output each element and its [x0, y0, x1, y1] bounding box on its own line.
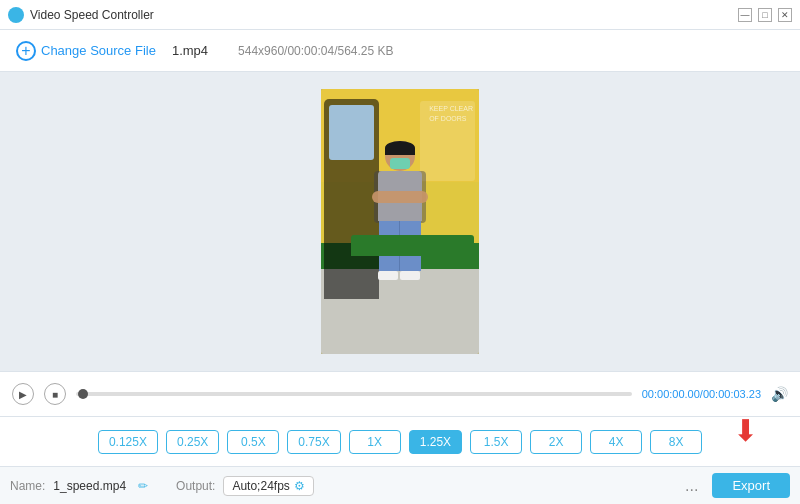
speed-button-15x[interactable]: 1.5X [470, 430, 522, 454]
video-preview-area: KEEP CLEAROF DOORS [0, 72, 800, 371]
speed-button-1x[interactable]: 1X [349, 430, 401, 454]
speed-button-025x[interactable]: 0.25X [166, 430, 219, 454]
speed-button-8x[interactable]: 8X [650, 430, 702, 454]
title-bar: Video Speed Controller — □ ✕ [0, 0, 800, 30]
speed-button-2x[interactable]: 2X [530, 430, 582, 454]
edit-icon[interactable]: ✏ [138, 479, 148, 493]
export-button[interactable]: Export [712, 473, 790, 498]
window-controls: — □ ✕ [738, 8, 792, 22]
output-value[interactable]: Auto;24fps ⚙ [223, 476, 313, 496]
minimize-button[interactable]: — [738, 8, 752, 22]
speed-button-125x[interactable]: 1.25X [409, 430, 462, 454]
app-icon [8, 7, 24, 23]
speed-button-4x[interactable]: 4X [590, 430, 642, 454]
file-name: 1.mp4 [172, 43, 208, 58]
gear-icon[interactable]: ⚙ [294, 479, 305, 493]
stop-button[interactable]: ■ [44, 383, 66, 405]
change-source-button[interactable]: + Change Source File [10, 37, 162, 65]
name-value: 1_speed.mp4 [53, 479, 126, 493]
output-label: Output: [176, 479, 215, 493]
file-meta: 544x960/00:00:04/564.25 KB [238, 44, 393, 58]
name-label: Name: [10, 479, 45, 493]
speed-button-0125x[interactable]: 0.125X [98, 430, 158, 454]
playback-bar: ▶ ■ 00:00:00.00/00:00:03.23 🔊 [0, 371, 800, 416]
arrow-down-indicator: ⬇ [733, 416, 758, 446]
video-preview: KEEP CLEAROF DOORS [321, 89, 479, 354]
plus-circle-icon: + [16, 41, 36, 61]
time-display: 00:00:00.00/00:00:03.23 [642, 388, 761, 400]
more-options-button[interactable]: ... [679, 477, 704, 495]
output-text: Auto;24fps [232, 479, 289, 493]
change-source-label: Change Source File [41, 43, 156, 58]
play-button[interactable]: ▶ [12, 383, 34, 405]
progress-bar[interactable] [76, 392, 632, 396]
speed-button-075x[interactable]: 0.75X [287, 430, 340, 454]
speed-bar: 0.125X0.25X0.5X0.75X1X1.25X1.5X2X4X8X [0, 416, 800, 466]
close-button[interactable]: ✕ [778, 8, 792, 22]
volume-icon[interactable]: 🔊 [771, 386, 788, 402]
app-title: Video Speed Controller [30, 8, 738, 22]
progress-handle[interactable] [78, 389, 88, 399]
toolbar: + Change Source File 1.mp4 544x960/00:00… [0, 30, 800, 72]
speed-button-05x[interactable]: 0.5X [227, 430, 279, 454]
speed-bar-wrapper: 0.125X0.25X0.5X0.75X1X1.25X1.5X2X4X8X ⬇ [0, 416, 800, 466]
bottom-bar: Name: 1_speed.mp4 ✏ Output: Auto;24fps ⚙… [0, 466, 800, 504]
maximize-button[interactable]: □ [758, 8, 772, 22]
